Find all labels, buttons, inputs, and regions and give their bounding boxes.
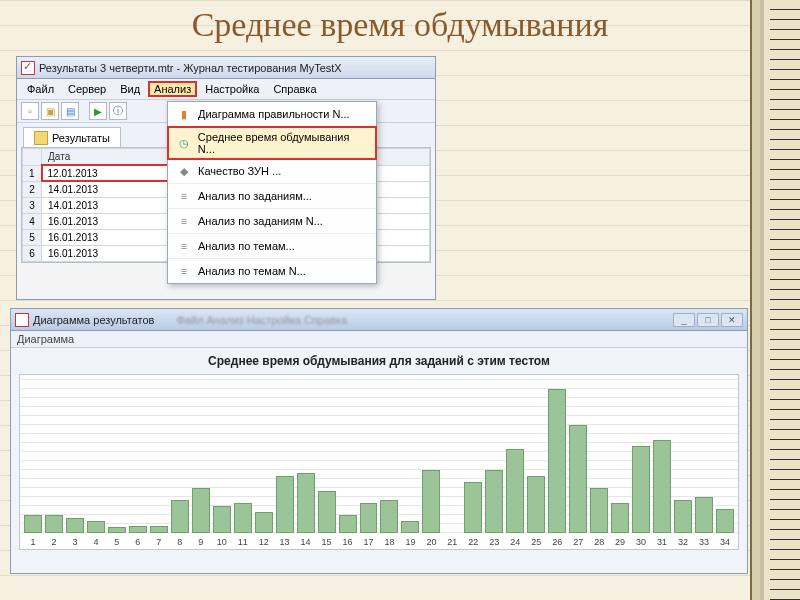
bar[interactable] xyxy=(485,470,503,533)
menu-item-label: Анализ по заданиям... xyxy=(198,190,312,202)
menu-item[interactable]: ◆Качество ЗУН ... xyxy=(168,159,376,184)
menu-item[interactable]: ≡Анализ по заданиям... xyxy=(168,184,376,209)
bar[interactable] xyxy=(401,521,419,533)
bar-slot: 23 xyxy=(485,470,503,533)
save-icon[interactable]: ▤ xyxy=(61,102,79,120)
bar-slot: 31 xyxy=(653,440,671,533)
bar-x-label: 19 xyxy=(405,537,415,547)
bar[interactable] xyxy=(171,500,189,533)
menu-item-label: Анализ по темам N... xyxy=(198,265,306,277)
bar-slot: 24 xyxy=(506,449,524,533)
titlebar[interactable]: Результаты 3 четверти.mtr - Журнал тести… xyxy=(17,57,435,79)
menu-item-label: Диаграмма правильности N... xyxy=(198,108,350,120)
col-header[interactable] xyxy=(23,149,42,166)
bar-x-label: 16 xyxy=(343,537,353,547)
bar-x-label: 14 xyxy=(301,537,311,547)
bar[interactable] xyxy=(360,503,378,533)
bar-x-label: 27 xyxy=(573,537,583,547)
menu-item[interactable]: ◷Среднее время обдумывания N... xyxy=(167,126,377,160)
info-icon[interactable]: ⓘ xyxy=(109,102,127,120)
play-icon[interactable]: ▶ xyxy=(89,102,107,120)
bar[interactable] xyxy=(108,527,126,533)
topic-n-icon: ≡ xyxy=(176,263,192,279)
bar[interactable] xyxy=(213,506,231,533)
bar-x-label: 10 xyxy=(217,537,227,547)
blurred-menu: Файл Анализ Настройка Справка xyxy=(176,314,347,326)
menu-item[interactable]: ≡Анализ по заданиям N... xyxy=(168,209,376,234)
topic-icon: ≡ xyxy=(176,238,192,254)
bar[interactable] xyxy=(255,512,273,533)
chart-titlebar[interactable]: Диаграмма результатов Файл Анализ Настро… xyxy=(11,309,747,331)
bar-slot: 4 xyxy=(87,521,105,533)
open-icon[interactable]: ▣ xyxy=(41,102,59,120)
menu-анализ[interactable]: Анализ xyxy=(148,81,197,97)
bar[interactable] xyxy=(464,482,482,533)
bar-x-label: 7 xyxy=(156,537,161,547)
bar[interactable] xyxy=(234,503,252,533)
bar[interactable] xyxy=(611,503,629,533)
bar-x-label: 2 xyxy=(51,537,56,547)
bar-slot: 3 xyxy=(66,518,84,533)
bar-x-label: 22 xyxy=(468,537,478,547)
bar[interactable] xyxy=(66,518,84,533)
app-logo-icon xyxy=(21,61,35,75)
bar-x-label: 30 xyxy=(636,537,646,547)
bar[interactable] xyxy=(569,425,587,533)
menubar: ФайлСерверВидАнализНастройкаСправка xyxy=(17,79,435,100)
bar-x-label: 25 xyxy=(531,537,541,547)
menu-item[interactable]: ≡Анализ по темам N... xyxy=(168,259,376,283)
close-button[interactable]: ✕ xyxy=(721,313,743,327)
window-title: Результаты 3 четверти.mtr - Журнал тести… xyxy=(39,62,342,74)
bar[interactable] xyxy=(297,473,315,533)
menu-item[interactable]: ▮Диаграмма правильности N... xyxy=(168,102,376,127)
bar[interactable] xyxy=(527,476,545,533)
bar-slot: 14 xyxy=(297,473,315,533)
bar[interactable] xyxy=(150,526,168,534)
menu-item[interactable]: ≡Анализ по темам... xyxy=(168,234,376,259)
quality-icon: ◆ xyxy=(176,163,192,179)
bar[interactable] xyxy=(674,500,692,533)
bar[interactable] xyxy=(318,491,336,533)
bar[interactable] xyxy=(716,509,734,533)
maximize-button[interactable]: □ xyxy=(697,313,719,327)
bar-slot: 5 xyxy=(108,527,126,533)
journal-window: Результаты 3 четверти.mtr - Журнал тести… xyxy=(16,56,436,300)
chart-subbar[interactable]: Диаграмма xyxy=(11,331,747,348)
bar[interactable] xyxy=(129,526,147,534)
chart-area: 1234567891011121314151617181920212223242… xyxy=(19,374,739,550)
bar[interactable] xyxy=(380,500,398,533)
bar[interactable] xyxy=(548,389,566,533)
bar[interactable] xyxy=(24,515,42,533)
bar-slot: 26 xyxy=(548,389,566,533)
bar[interactable] xyxy=(422,470,440,533)
bar-x-label: 29 xyxy=(615,537,625,547)
minimize-button[interactable]: _ xyxy=(673,313,695,327)
bar[interactable] xyxy=(339,515,357,533)
bar-slot: 30 xyxy=(632,446,650,533)
bar-x-label: 13 xyxy=(280,537,290,547)
menu-вид[interactable]: Вид xyxy=(114,81,146,97)
bar-x-label: 34 xyxy=(720,537,730,547)
tab-results[interactable]: Результаты xyxy=(23,127,121,147)
menu-сервер[interactable]: Сервер xyxy=(62,81,112,97)
menu-справка[interactable]: Справка xyxy=(267,81,322,97)
menu-настройка[interactable]: Настройка xyxy=(199,81,265,97)
bar[interactable] xyxy=(653,440,671,533)
bar[interactable] xyxy=(276,476,294,533)
bar[interactable] xyxy=(632,446,650,533)
menu-файл[interactable]: Файл xyxy=(21,81,60,97)
bar[interactable] xyxy=(87,521,105,533)
bar[interactable] xyxy=(506,449,524,533)
bar[interactable] xyxy=(695,497,713,533)
new-doc-icon[interactable]: ▫ xyxy=(21,102,39,120)
bar-slot: 7 xyxy=(150,526,168,534)
bar-slot: 9 xyxy=(192,488,210,533)
bar[interactable] xyxy=(45,515,63,533)
bar-x-label: 12 xyxy=(259,537,269,547)
bar[interactable] xyxy=(192,488,210,533)
bar[interactable] xyxy=(590,488,608,533)
row-number: 6 xyxy=(23,246,42,262)
row-number: 5 xyxy=(23,230,42,246)
chart-window-icon xyxy=(15,313,29,327)
bar-slot: 20 xyxy=(422,470,440,533)
